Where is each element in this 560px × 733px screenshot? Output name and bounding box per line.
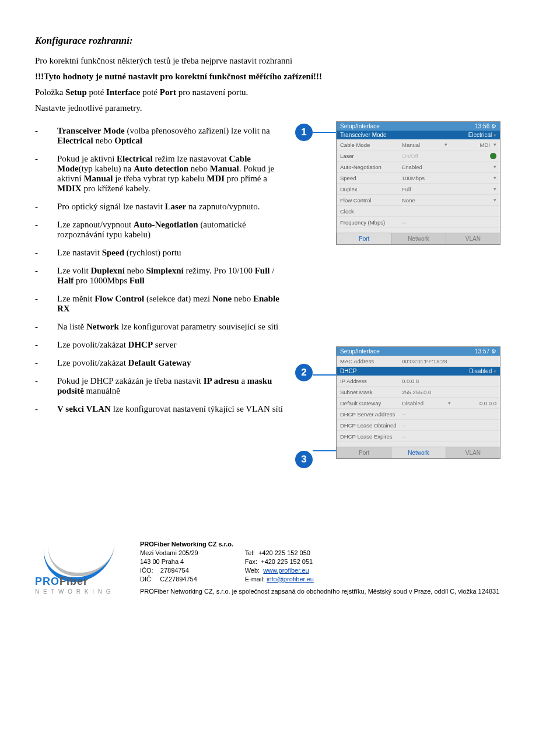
section-heading: Konfigurace rozhranní: [35, 35, 525, 47]
tab-port[interactable]: Port [337, 233, 391, 244]
bullet-item: - Lze měnit Flow Control (selekce dat) m… [35, 294, 286, 314]
callout-badge-3: 3 [295, 451, 313, 468]
tab-vlan[interactable]: VLAN [446, 447, 500, 458]
callout-badge-2: 2 [295, 364, 313, 381]
intro-1: Pro korektní funkčnost některých testů j… [35, 56, 525, 66]
tab-vlan[interactable]: VLAN [446, 233, 500, 244]
callout-2-row: 2 3 Setup/Interface13:57 ⚙ MAC Address00… [295, 346, 525, 468]
bullet-item: - Lze volit Duplexní nebo Simplexní reži… [35, 266, 286, 286]
bullet-item: - Pokud je DHCP zakázán je třeba nastavi… [35, 376, 286, 396]
tab-bar: Port Network VLAN [337, 447, 500, 458]
callout-badge-1: 1 [295, 124, 313, 141]
footer-contact: Tel: +420 225 152 050 Fax: +420 225 152 … [245, 549, 314, 583]
page-footer: PROFiber N E T W O R K I N G PROFiber Ne… [35, 541, 525, 595]
screenshot-panel-port: Setup/Interface13:56 ⚙ Transceiver ModeE… [336, 121, 501, 245]
tab-port[interactable]: Port [337, 447, 391, 458]
tab-network[interactable]: Network [391, 447, 445, 458]
callout-1-row: 1 Setup/Interface13:56 ⚙ Transceiver Mod… [295, 121, 525, 245]
bullet-list: - Transceiver Mode (volba přenosového za… [35, 119, 286, 488]
bullet-item: - Lze nastavit Speed (rychlost) portu [35, 248, 286, 258]
bullet-item: - Lze povolit/zakázat Default Gateway [35, 358, 286, 368]
web-link[interactable]: www.profiber.eu [263, 567, 309, 574]
bullet-item: - Na listě Network lze konfigurovat para… [35, 322, 286, 332]
footer-address: Mezi Vodami 205/29 143 00 Praha 4 IČO: 2… [140, 549, 198, 583]
toggle-icon [490, 153, 496, 159]
screenshot-panel-network: Setup/Interface13:57 ⚙ MAC Address00:03:… [336, 346, 501, 459]
bullet-item: - Lze povolit/zakázat DHCP server [35, 340, 286, 350]
intro-4: Nastavte jednotlivé parametry. [35, 103, 525, 113]
figures-column: 1 Setup/Interface13:56 ⚙ Transceiver Mod… [295, 119, 525, 488]
logo: PROFiber N E T W O R K I N G [35, 542, 128, 595]
intro-3: Položka Setup poté Interface poté Port p… [35, 87, 525, 97]
footer-company: PROFiber Networking CZ s.r.o. [140, 541, 525, 548]
bullet-item: - Lze zapnout/vypnout Auto-Negotiation (… [35, 220, 286, 240]
bullet-item: - V sekci VLAN lze konfigurovat nastaven… [35, 404, 286, 414]
bullet-item: - Pokud je aktivní Electrical režim lze … [35, 154, 286, 194]
footer-legal: PROFiber Networking CZ, s.r.o. je společ… [140, 588, 525, 595]
bullet-item: - Pro optický signál lze nastavit Laser … [35, 202, 286, 212]
mail-link[interactable]: info@profiber.eu [267, 576, 314, 583]
tab-bar: Port Network VLAN [337, 233, 500, 244]
intro-2: !!!Tyto hodnoty je nutné nastavit pro ko… [35, 72, 525, 82]
tab-network[interactable]: Network [391, 233, 445, 244]
bullet-item: - Transceiver Mode (volba přenosového za… [35, 126, 286, 146]
